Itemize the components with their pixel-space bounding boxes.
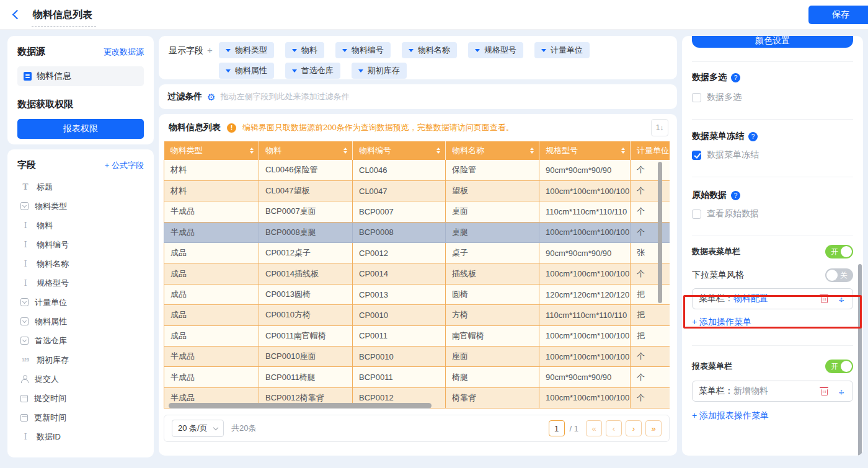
move-icon[interactable]: ↔↕	[836, 294, 846, 304]
table-row[interactable]: 成品CP0010方椅CP0010方椅110cm*110cm*110/110把	[164, 305, 670, 325]
table-cell: BCP0008	[353, 222, 446, 242]
vertical-scrollbar[interactable]	[658, 162, 662, 303]
settings-panel: 颜色设置 数据多选 ? 数据多选 数据菜单冻结 ? 数据菜单冻结 原始数据 ? …	[682, 36, 863, 456]
page-number-input[interactable]: 1	[549, 420, 565, 436]
sort-arrows-icon[interactable]	[343, 148, 347, 154]
save-button[interactable]: 保存	[808, 6, 868, 24]
display-field-chip[interactable]: 物料类型	[219, 42, 274, 58]
formula-field-link[interactable]: + 公式字段	[105, 160, 144, 171]
change-datasource-link[interactable]: 更改数据源	[104, 46, 144, 58]
table-body: 材料CL0046保险管CL0046保险管90cm*90cm*90/90个材料CL…	[164, 160, 670, 408]
display-field-chip[interactable]: 物料名称	[402, 42, 457, 58]
select-icon	[20, 298, 29, 306]
display-field-chip[interactable]: 物料属性	[219, 63, 274, 79]
display-field-chip[interactable]: 规格型号	[468, 42, 523, 58]
table-row[interactable]: 半成品BCP0008桌腿BCP0008桌腿100cm*100cm*100/100…	[164, 222, 670, 242]
table-cell: 100cm*100cm*100/100	[539, 180, 631, 201]
display-field-chip[interactable]: 物料编号	[335, 42, 391, 58]
field-label: 物料编号	[37, 239, 69, 250]
field-label: 数据ID	[37, 431, 61, 443]
add-report-action-menu-link[interactable]: + 添加报表操作菜单	[692, 410, 769, 422]
multi-select-checkbox[interactable]: 数据多选	[692, 92, 853, 103]
help-icon[interactable]: ?	[748, 132, 758, 141]
table-cell: 100cm*100cm*100/100	[539, 387, 631, 408]
column-header[interactable]: 计量单位	[631, 141, 670, 160]
horizontal-scrollbar[interactable]	[169, 403, 432, 408]
caret-down-icon	[409, 49, 414, 52]
filter-bar[interactable]: 过滤条件 ⚙ 拖动左侧字段到此处来添加过滤条件	[159, 84, 677, 109]
add-action-menu-link[interactable]: + 添加操作菜单	[692, 317, 751, 328]
menu-freeze-checkbox[interactable]: 数据菜单冻结	[692, 149, 853, 161]
table-row[interactable]: 材料CL0047望板CL0047望板100cm*100cm*100/100个	[164, 180, 670, 201]
sort-arrows-icon[interactable]	[621, 148, 625, 154]
column-header[interactable]: 规格型号	[539, 141, 631, 160]
table-row[interactable]: 半成品BCP0011椅腿BCP0011椅腿90cm*90cm*90/90个	[164, 367, 670, 387]
dropdown-style-toggle[interactable]: 关	[825, 268, 853, 282]
report-menu-toggle[interactable]: 开	[825, 360, 853, 373]
gear-icon[interactable]: ⚙	[207, 92, 215, 102]
field-item[interactable]: 提交人	[17, 369, 144, 389]
sort-arrows-icon[interactable]	[530, 148, 534, 154]
menu-item-new-material[interactable]: 菜单栏： 新增物料 ↔↕	[692, 381, 853, 402]
table-row[interactable]: 成品CP0013圆椅CP0013圆椅120cm*120cm*120/120把	[164, 284, 670, 304]
table-row[interactable]: 半成品BCP0010座面BCP0010座面100cm*100cm*100/100…	[164, 347, 670, 367]
field-item[interactable]: I物料名称	[17, 254, 144, 273]
last-page-button[interactable]: »	[645, 420, 662, 436]
table-cell: 张	[631, 243, 670, 263]
field-item[interactable]: 计量单位	[17, 293, 144, 312]
add-display-field-button[interactable]: +	[207, 45, 213, 55]
column-header[interactable]: 物料类型	[164, 141, 259, 160]
field-item[interactable]: 物料属性	[17, 312, 144, 331]
field-item[interactable]: I物料	[17, 216, 144, 235]
select-icon	[20, 317, 29, 325]
field-item[interactable]: 提交时间	[17, 389, 144, 408]
delete-icon[interactable]	[821, 389, 828, 395]
table-menu-toggle[interactable]: 开	[825, 245, 853, 258]
column-header[interactable]: 物料编号	[353, 141, 446, 160]
table-row[interactable]: 成品CP0012桌子CP0012桌子90cm*90cm*90/90张	[164, 243, 670, 263]
prev-page-button[interactable]: ‹	[606, 420, 622, 436]
sort-arrows-icon[interactable]	[250, 148, 254, 154]
column-header[interactable]: 物料名称	[446, 141, 539, 160]
field-item[interactable]: I物料编号	[17, 235, 144, 254]
table-title: 物料信息列表	[169, 122, 221, 133]
table-cell: 成品	[164, 243, 259, 263]
delete-icon[interactable]	[821, 297, 828, 303]
field-item[interactable]: T标题	[17, 177, 144, 196]
field-item[interactable]: I数据ID	[17, 427, 144, 446]
raw-data-checkbox[interactable]: 查看原始数据	[692, 208, 853, 219]
page-size-select[interactable]: 20 条/页	[172, 420, 224, 437]
color-settings-button[interactable]: 颜色设置	[692, 36, 853, 48]
display-field-chip[interactable]: 首选仓库	[285, 63, 340, 79]
display-field-chip[interactable]: 计量单位	[534, 42, 590, 58]
display-field-chip[interactable]: 物料	[285, 42, 324, 58]
back-icon[interactable]	[12, 10, 22, 20]
help-icon[interactable]: ?	[731, 191, 740, 200]
help-icon[interactable]: ?	[731, 73, 740, 82]
next-page-button[interactable]: ›	[626, 420, 642, 436]
table-row[interactable]: 成品CP0011南官帽椅CP0011南官帽椅100cm*100cm*100/10…	[164, 325, 670, 346]
datasource-item[interactable]: 物料信息	[17, 66, 144, 86]
filter-placeholder: 拖动左侧字段到此处来添加过滤条件	[220, 91, 349, 102]
field-item[interactable]: I规格型号	[17, 273, 144, 293]
table-row[interactable]: 成品CP0014插线板CP0014插线板100cm*100cm*100/100个	[164, 263, 670, 284]
field-label: 物料名称	[37, 258, 69, 270]
report-permission-button[interactable]: 报表权限	[17, 119, 144, 139]
sort-order-icon[interactable]: 1↓	[651, 119, 668, 136]
column-header[interactable]: 物料	[259, 141, 353, 160]
checkbox-checked-icon[interactable]	[692, 151, 701, 160]
field-item[interactable]: 首选仓库	[17, 331, 144, 350]
field-item[interactable]: 123期初库存	[17, 350, 144, 369]
field-item[interactable]: 更新时间	[17, 408, 144, 427]
checkbox-icon[interactable]	[692, 210, 701, 219]
display-field-chip[interactable]: 期初库存	[352, 63, 407, 79]
checkbox-icon[interactable]	[692, 93, 701, 102]
move-icon[interactable]: ↔↕	[836, 386, 846, 396]
sort-arrows-icon[interactable]	[436, 148, 440, 154]
panel-scrollbar[interactable]	[858, 264, 862, 456]
menu-item-material-config[interactable]: 菜单栏： 物料配置 ↔↕	[692, 288, 853, 309]
first-page-button[interactable]: «	[586, 420, 602, 436]
table-row[interactable]: 材料CL0046保险管CL0046保险管90cm*90cm*90/90个	[164, 160, 670, 180]
field-item[interactable]: 物料类型	[17, 196, 144, 216]
table-row[interactable]: 半成品BCP0007桌面BCP0007桌面110cm*110cm*110/110…	[164, 201, 670, 222]
